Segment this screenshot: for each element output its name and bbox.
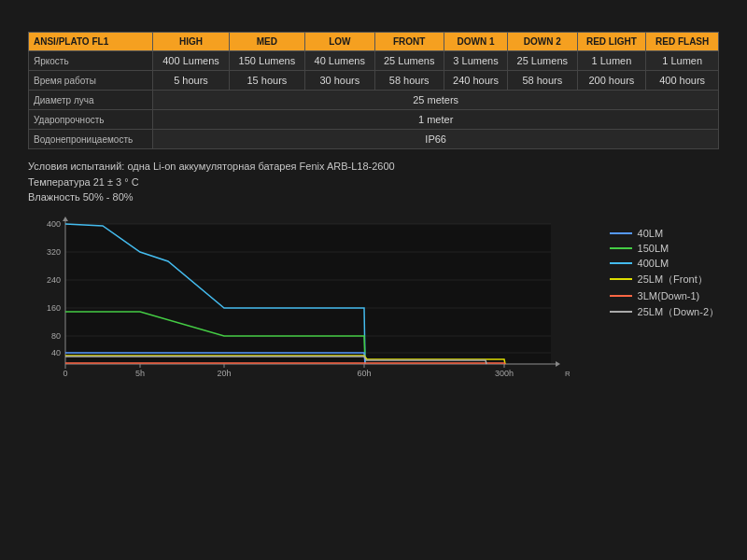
note-line: Условия испытаний: одна Li-on аккумулято… [28, 159, 719, 175]
svg-text:20h: 20h [217, 369, 231, 378]
svg-text:0: 0 [63, 369, 67, 378]
legend-line-3 [610, 278, 632, 280]
span-cell-4: IP66 [153, 130, 719, 149]
span-cell-2: 25 meters [153, 91, 719, 110]
legend-item-3: 25LM（Front） [610, 273, 719, 287]
cell-0-0: 400 Lumens [153, 51, 229, 71]
svg-text:160: 160 [47, 303, 61, 313]
specs-table: ANSI/PLATO FL1HIGHMEDLOWFRONTDOWN 1DOWN … [28, 32, 719, 149]
table-row: ВодонепроницаемостьIP66 [29, 130, 719, 149]
legend-line-2 [610, 262, 632, 264]
cell-0-6: 1 Lumen [577, 51, 646, 71]
notes: Условия испытаний: одна Li-on аккумулято… [28, 159, 719, 205]
svg-marker-15 [556, 361, 560, 367]
note-line: Влажность 50% - 80% [28, 189, 719, 205]
legend-line-1 [610, 247, 632, 249]
col-header-7: RED LIGHT [577, 33, 646, 51]
chart-legend: 40LM150LM400LM25LM（Front）3LM(Down-1)25LM… [610, 215, 719, 319]
col-header-5: DOWN 1 [444, 33, 507, 51]
row-label-2: Диаметр луча [29, 91, 153, 110]
table-row: Ударопрочность1 meter [29, 110, 719, 130]
svg-text:400: 400 [47, 219, 61, 229]
col-header-8: RED FLASH [646, 33, 719, 51]
legend-item-0: 40LM [610, 228, 719, 239]
span-cell-3: 1 meter [153, 110, 719, 130]
cell-1-2: 30 hours [305, 71, 374, 91]
row-label-0: Яркость [29, 51, 153, 71]
cell-1-1: 15 hours [229, 71, 304, 91]
legend-line-4 [610, 295, 632, 297]
cell-1-0: 5 hours [153, 71, 229, 91]
table-row: Яркость400 Lumens150 Lumens40 Lumens25 L… [29, 51, 719, 71]
cell-1-6: 200 hours [577, 71, 646, 91]
svg-text:240: 240 [47, 275, 61, 285]
legend-line-0 [610, 232, 632, 234]
col-header-0: ANSI/PLATO FL1 [29, 33, 153, 51]
col-header-4: FRONT [374, 33, 444, 51]
svg-text:Runtime: hour: Runtime: hour [565, 370, 570, 378]
legend-item-4: 3LM(Down-1) [610, 290, 719, 301]
cell-0-5: 25 Lumens [508, 51, 577, 71]
legend-line-5 [610, 311, 632, 313]
row-label-1: Время работы [29, 71, 153, 91]
svg-text:320: 320 [47, 247, 61, 257]
svg-text:40: 40 [51, 348, 61, 357]
row-label-4: Водонепроницаемость [29, 130, 153, 149]
cell-1-7: 400 hours [646, 71, 719, 91]
cell-0-3: 25 Lumens [374, 51, 444, 71]
col-header-1: HIGH [153, 33, 229, 51]
legend-item-1: 150LM [610, 243, 719, 254]
legend-item-2: 400LM [610, 258, 719, 269]
legend-label-5: 25LM（Down-2） [638, 305, 719, 319]
legend-label-0: 40LM [638, 228, 664, 239]
svg-marker-17 [63, 217, 68, 221]
col-header-3: LOW [305, 33, 374, 51]
cell-0-4: 3 Lumens [444, 51, 507, 71]
svg-text:5h: 5h [135, 369, 145, 378]
table-row: Диаметр луча25 meters [29, 91, 719, 110]
svg-text:60h: 60h [357, 369, 371, 378]
cell-0-1: 150 Lumens [229, 51, 304, 71]
cell-1-5: 58 hours [508, 71, 577, 91]
legend-label-1: 150LM [638, 243, 669, 254]
cell-0-7: 1 Lumen [646, 51, 719, 71]
cell-1-4: 240 hours [444, 71, 507, 91]
cell-0-2: 40 Lumens [305, 51, 374, 71]
chart-svg: 400 320 240 160 80 40 0 5h 20h 60h 30 [28, 215, 570, 387]
note-line: Температура 21 ± 3 ° C [28, 175, 719, 190]
legend-label-4: 3LM(Down-1) [638, 290, 700, 301]
col-header-6: DOWN 2 [508, 33, 577, 51]
svg-text:80: 80 [51, 331, 61, 341]
row-label-3: Ударопрочность [29, 110, 153, 130]
svg-text:300h: 300h [495, 369, 514, 378]
chart-area: 400 320 240 160 80 40 0 5h 20h 60h 30 [28, 215, 719, 387]
col-header-2: MED [229, 33, 304, 51]
legend-item-5: 25LM（Down-2） [610, 305, 719, 319]
table-row: Время работы5 hours15 hours30 hours58 ho… [29, 71, 719, 91]
legend-label-3: 25LM（Front） [638, 273, 708, 287]
svg-rect-0 [65, 224, 551, 364]
cell-1-3: 58 hours [374, 71, 444, 91]
chart-wrap: 400 320 240 160 80 40 0 5h 20h 60h 30 [28, 215, 600, 387]
legend-label-2: 400LM [638, 258, 669, 269]
